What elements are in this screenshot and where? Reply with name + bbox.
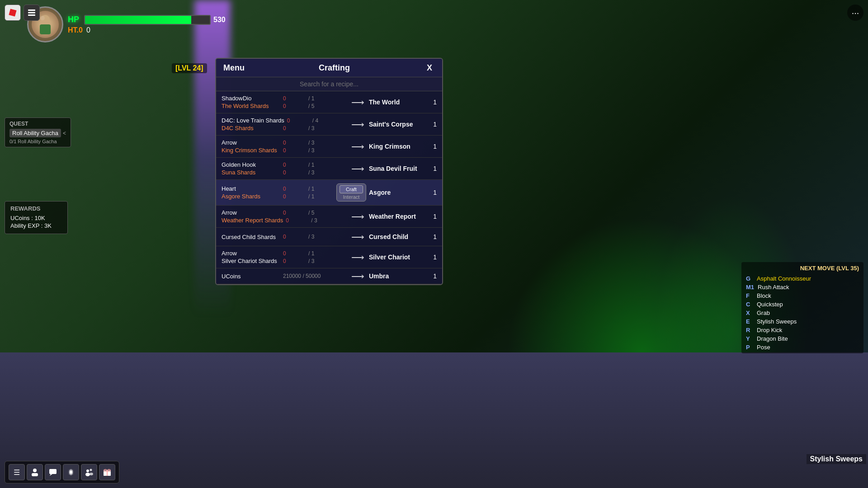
svg-point-12 — [86, 469, 89, 472]
ingredients: ShadowDio 0 / 1 The World Shards 0 / 5 — [222, 95, 347, 109]
result-count: 1 — [429, 253, 437, 261]
svg-point-14 — [85, 473, 90, 476]
crafting-dialog: Menu Crafting X ShadowDio 0 / 1 The Worl… — [215, 58, 443, 285]
result-section: Weather Report 1 — [369, 213, 437, 220]
craft-interact-overlay[interactable]: Craft Interact — [336, 183, 366, 202]
svg-point-15 — [90, 473, 93, 475]
move-name: Asphalt Connoisseur — [757, 275, 811, 282]
menu-label: Menu — [223, 63, 245, 73]
result-section: Umbra 1 — [369, 272, 437, 280]
result-name: The World — [369, 99, 400, 106]
table-row[interactable]: D4C: Love Train Shards 0 / 4 D4C Shards … — [216, 113, 442, 136]
move-key: C — [746, 301, 753, 308]
roblox-menu-icon[interactable] — [24, 5, 40, 21]
result-section: Asgore 1 — [369, 189, 437, 196]
character-toolbar-button[interactable] — [27, 464, 43, 480]
chat-toolbar-button[interactable] — [45, 464, 61, 480]
menu-toolbar-button[interactable]: ☰ — [9, 464, 25, 480]
interact-label: Interact — [343, 194, 360, 200]
move-panel: NEXT MOVE (LVL 35) G Asphalt Connoisseur… — [741, 262, 863, 353]
search-input[interactable] — [222, 80, 437, 88]
ht-label: HT.0 — [68, 26, 83, 34]
table-row[interactable]: Cursed Child Shards 0 / 3 ⟶ Cursed Child… — [216, 228, 442, 246]
ingredient-count: 0 — [283, 234, 306, 240]
ingredient-count-2: 0 — [283, 103, 306, 109]
ingredient-name: UCoins — [222, 273, 280, 280]
ingredient-count: 0 — [283, 250, 306, 257]
ingredient-count: 0 — [283, 95, 306, 102]
ingredients: Arrow 0 / 3 King Crimson Shards 0 / 3 — [222, 139, 347, 154]
ingredients: D4C: Love Train Shards 0 / 4 D4C Shards … — [222, 117, 347, 131]
arrow-icon: ⟶ — [351, 252, 364, 263]
ingredient-name: D4C: Love Train Shards — [222, 117, 284, 124]
table-row[interactable]: ShadowDio 0 / 1 The World Shards 0 / 5 ⟶… — [216, 91, 442, 113]
svg-rect-0 — [9, 9, 16, 16]
ingredients: Golden Hook 0 / 1 Suna Shards 0 / 3 — [222, 161, 347, 176]
dialog-header: Menu Crafting X — [216, 59, 442, 77]
reward-ucoins: UCoins : 10K — [10, 215, 62, 221]
ingredient-name: Arrow — [222, 209, 280, 216]
move-name: Dragon Bite — [757, 335, 788, 342]
ingredient-name-2: Asgore Shards — [222, 193, 280, 200]
move-row: Y Dragon Bite — [741, 334, 863, 343]
move-key: F — [746, 292, 753, 299]
reward-ability-exp: Ability EXP : 3K — [10, 222, 62, 229]
result-count: 1 — [429, 99, 437, 106]
ingredient-name-2: King Crimson Shards — [222, 147, 280, 154]
move-row: C Quickstep — [741, 300, 863, 309]
result-section: Cursed Child 1 — [369, 233, 437, 240]
move-key: E — [746, 318, 753, 325]
settings-toolbar-button[interactable] — [63, 464, 79, 480]
table-row[interactable]: Golden Hook 0 / 1 Suna Shards 0 / 3 ⟶ Su… — [216, 158, 442, 180]
ingredients: Heart 0 / 1 Asgore Shards 0 / 1 — [222, 185, 334, 200]
result-count: 1 — [429, 165, 437, 172]
ingredient-count-2: 0 — [283, 125, 306, 131]
table-row[interactable]: UCoins 210000 / 50000 ⟶ Umbra 1 — [216, 268, 442, 284]
move-key: M1 — [746, 284, 754, 291]
arrow-icon: ⟶ — [351, 271, 364, 282]
move-key: R — [746, 327, 753, 333]
table-row[interactable]: Arrow 0 / 5 Weather Report Shards 0 / 3 … — [216, 206, 442, 228]
result-name: Silver Chariot — [369, 253, 410, 261]
move-name: Block — [757, 292, 771, 299]
move-name: Drop Kick — [757, 327, 782, 333]
hp-value: 530 — [213, 16, 226, 24]
svg-point-6 — [40, 16, 45, 20]
result-name: Asgore — [369, 189, 391, 196]
close-button[interactable]: X — [424, 62, 435, 73]
svg-rect-2 — [28, 12, 35, 14]
arrow-icon: ⟶ — [351, 119, 364, 130]
ingredient-name-2: D4C Shards — [222, 125, 280, 131]
three-dots-icon[interactable]: ··· — [847, 5, 863, 21]
hp-bar — [84, 15, 211, 25]
hp-fill — [85, 16, 191, 24]
search-bar — [216, 77, 442, 91]
rewards-title: REWARDS — [10, 205, 62, 212]
ingredient-count: 0 — [283, 140, 306, 146]
result-count: 1 — [429, 233, 437, 240]
arrow-icon: ⟶ — [351, 231, 364, 242]
ingredient-name: Heart — [222, 185, 280, 192]
gift-toolbar-button[interactable] — [99, 464, 115, 480]
hp-label: HP — [68, 15, 81, 24]
arrow-icon: ⟶ — [351, 211, 364, 222]
svg-marker-10 — [50, 474, 52, 476]
table-row[interactable]: Arrow 0 / 1 Silver Chariot Shards 0 / 3 … — [216, 246, 442, 268]
ingredient-name: Arrow — [222, 139, 280, 146]
result-section: Suna Devil Fruit 1 — [369, 165, 437, 172]
craft-button[interactable]: Craft — [340, 185, 363, 193]
move-key: G — [746, 275, 753, 282]
social-toolbar-button[interactable] — [81, 464, 97, 480]
table-row[interactable]: Arrow 0 / 3 King Crimson Shards 0 / 3 ⟶ … — [216, 136, 442, 158]
recipes-list[interactable]: ShadowDio 0 / 1 The World Shards 0 / 5 ⟶… — [216, 91, 442, 284]
level-badge: [LVL 24] — [172, 63, 207, 73]
hp-section: HP 530 HT.0 0 — [68, 15, 226, 34]
ingredient-count: 0 — [283, 186, 306, 192]
roblox-logo[interactable] — [5, 5, 21, 21]
rewards-panel: REWARDS UCoins : 10K Ability EXP : 3K — [5, 201, 68, 234]
move-row: G Asphalt Connoisseur — [741, 274, 863, 283]
table-row[interactable]: Heart 0 / 1 Asgore Shards 0 / 1 Craft In… — [216, 180, 442, 206]
result-count: 1 — [429, 213, 437, 220]
options-button[interactable]: ··· — [847, 5, 863, 21]
ingredient-count: 210000 / 50000 — [283, 273, 321, 279]
